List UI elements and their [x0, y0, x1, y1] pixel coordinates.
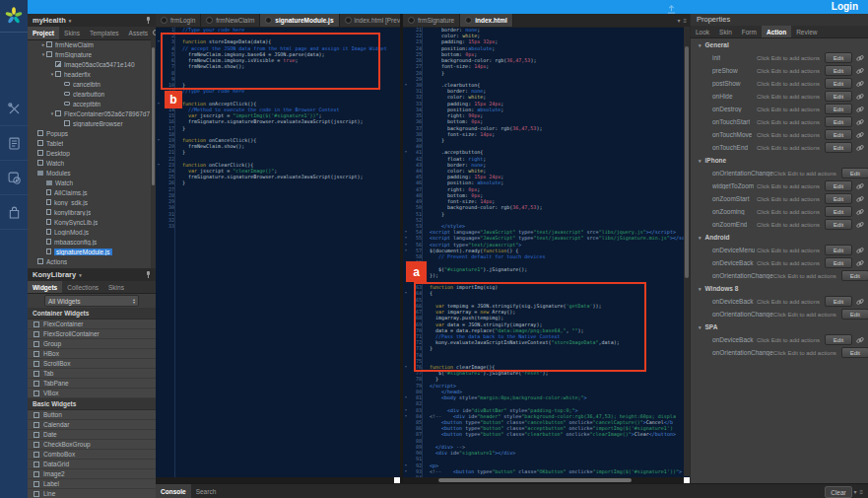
edit-action-button[interactable]: Edit [825, 52, 852, 63]
tree-item-headerflx[interactable]: ▾headerflx [28, 69, 151, 79]
edit-action-button[interactable]: Edit [825, 78, 852, 89]
widget-item-checkboxgroup[interactable]: CheckBoxGroup [28, 440, 156, 450]
edit-action-button[interactable]: Edit [825, 116, 852, 127]
tab-index-html[interactable]: index.html [460, 14, 513, 27]
tree-item-signaturemodule-js[interactable]: signatureModule.js [28, 247, 151, 256]
tab-frmsignature[interactable]: frmSignature [403, 14, 460, 27]
chevron-down-icon[interactable]: ▾ [677, 17, 680, 24]
edit-action-button[interactable]: Edit [825, 65, 852, 76]
tree-item-signaturebrowser[interactable]: signatureBrowser [28, 118, 151, 128]
tree-item-frmsignature[interactable]: ▾frmSignature [28, 49, 151, 59]
tab-skin[interactable]: Skin [714, 26, 737, 37]
link-action-icon[interactable] [856, 195, 864, 203]
tree-item-flexcontainer052a6c78967d7[interactable]: ▾FlexContainer052a6c78967d7 [28, 108, 151, 118]
tree-item-actions[interactable]: Actions [28, 256, 151, 266]
widget-item-button[interactable]: Button [28, 410, 156, 420]
tab-skins[interactable]: Skins [59, 27, 85, 39]
link-action-icon[interactable] [856, 336, 864, 344]
edit-action-button[interactable]: Edit [825, 296, 852, 307]
tree-item-cancelbtn[interactable]: cancelbtn [28, 79, 151, 89]
properties-section-general[interactable]: ▾General [691, 38, 868, 51]
tab-form[interactable]: Form [737, 26, 762, 37]
code-editor-index-html[interactable]: 21 border: none;22 color: white;23 paddi… [403, 27, 690, 483]
tree-item-konysynclib-js[interactable]: KonySyncLib.js [28, 217, 151, 227]
edit-action-button[interactable]: Edit [825, 91, 852, 102]
link-action-icon[interactable] [856, 67, 864, 75]
link-action-icon[interactable] [856, 247, 864, 254]
properties-section-spa[interactable]: ▾SPA [691, 320, 868, 333]
widget-item-scrollbox[interactable]: ScrollBox [28, 359, 156, 369]
project-header[interactable]: myHealth ▾ [28, 14, 156, 27]
properties-section-windows-8[interactable]: ▾Windows 8 [691, 282, 868, 295]
edit-action-button[interactable]: Edit [825, 142, 852, 153]
widget-item-combobox[interactable]: ComboBox [28, 450, 156, 460]
tab-assets[interactable]: Assets [124, 27, 154, 39]
tab-templates[interactable]: Templates [85, 27, 124, 39]
link-action-icon[interactable] [856, 259, 864, 267]
marketplace-bag-icon[interactable] [0, 195, 28, 230]
widget-item-vbox[interactable]: VBox [28, 389, 156, 398]
edit-action-button[interactable]: Edit [825, 334, 852, 345]
link-action-icon[interactable] [856, 131, 864, 139]
link-action-icon[interactable] [856, 182, 864, 190]
tab-signaturemodule-js[interactable]: signatureModule.js [260, 14, 339, 27]
tree-item-watch[interactable]: Watch [28, 158, 151, 168]
widget-item-image2[interactable]: Image2 [28, 469, 156, 479]
run-preview-icon[interactable] [0, 161, 28, 195]
edit-action-button[interactable]: Edit [841, 347, 868, 358]
widget-item-hbox[interactable]: HBox [28, 349, 156, 359]
tree-item-allclaims-js[interactable]: AllClaims.js [28, 187, 151, 197]
chevron-down-icon[interactable]: ▾ [853, 488, 856, 495]
code-line[interactable]: 33 [156, 223, 400, 229]
widget-item-calendar[interactable]: Calendar [28, 420, 156, 430]
tools-icon[interactable] [0, 92, 28, 126]
widget-item-tabpane[interactable]: TabPane [28, 379, 156, 389]
console-clear-button[interactable]: Clear [825, 486, 852, 498]
edit-action-button[interactable]: Edit [841, 309, 868, 320]
tree-item-mbaasconfig-js[interactable]: mbaasconfig.js [28, 237, 151, 247]
tab-skins[interactable]: Skins [103, 281, 129, 293]
pin-icon[interactable] [146, 271, 151, 279]
kony-logo[interactable] [0, 0, 28, 33]
link-action-icon[interactable] [856, 118, 864, 126]
tree-item-desktop[interactable]: Desktop [28, 148, 151, 158]
tree-item-image05ac0ca5471e140[interactable]: Image05ac0ca5471e140 [28, 59, 151, 69]
link-action-icon[interactable] [856, 144, 864, 152]
properties-section-android[interactable]: ▾Android [691, 231, 868, 244]
widget-filter-dropdown[interactable]: All Widgets ▴▾ [44, 295, 139, 307]
widget-item-datagrid[interactable]: DataGrid [28, 460, 156, 469]
edit-action-button[interactable]: Edit [825, 193, 852, 204]
widget-item-group[interactable]: Group [28, 339, 156, 349]
tab-console[interactable]: Console [156, 484, 191, 498]
link-action-icon[interactable] [856, 298, 864, 306]
tab-frmnewclaim[interactable]: frmNewClaim [201, 14, 260, 27]
tab-review[interactable]: Review [791, 26, 822, 37]
link-action-icon[interactable] [856, 106, 864, 113]
tab-look[interactable]: Look [691, 26, 714, 37]
widget-item-tab[interactable]: Tab [28, 369, 156, 379]
tab-frmlogin[interactable]: frmLogin [156, 14, 201, 27]
link-action-icon[interactable] [856, 93, 864, 101]
forms-document-icon[interactable] [0, 126, 28, 161]
edit-action-button[interactable]: Edit [841, 270, 868, 281]
tab-project[interactable]: Project [28, 27, 59, 39]
menu-icon[interactable]: ≡ [683, 18, 687, 24]
login-button[interactable]: Login [832, 0, 858, 14]
widget-item-flexscrollcontainer[interactable]: FlexScrollContainer [28, 329, 156, 339]
pin-icon[interactable] [146, 17, 151, 25]
edit-action-button[interactable]: Edit [825, 206, 852, 217]
widget-item-flexcontainer[interactable]: FlexContainer [28, 320, 156, 329]
tab-widgets[interactable]: Widgets [28, 281, 62, 293]
tree-item-modules[interactable]: Modules [28, 168, 151, 178]
tree-item-frmnewclaim[interactable]: ▸frmNewClaim [28, 39, 151, 49]
link-action-icon[interactable] [856, 80, 864, 88]
edit-action-button[interactable]: Edit [841, 168, 868, 178]
tree-item-clearbutton[interactable]: clearbutton [28, 89, 151, 99]
edit-action-button[interactable]: Edit [825, 129, 852, 140]
edit-action-button[interactable]: Edit [825, 180, 852, 191]
link-action-icon[interactable] [856, 208, 864, 216]
tab-collections[interactable]: Collections [62, 281, 103, 293]
edit-action-button[interactable]: Edit [825, 245, 852, 255]
widget-item-date[interactable]: Date [28, 430, 156, 440]
edit-action-button[interactable]: Edit [825, 257, 852, 268]
